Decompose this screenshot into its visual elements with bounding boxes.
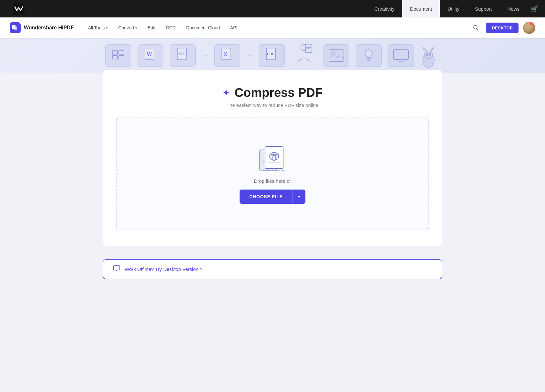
top-nav-utility[interactable]: Utility (440, 0, 467, 17)
top-nav-news[interactable]: News (499, 0, 527, 17)
illus-arrow-2: → (247, 52, 252, 59)
hero-illustrations: W ZIP → X → PDF (105, 43, 440, 68)
illus-arrow-1: → (202, 52, 208, 59)
svg-rect-12 (147, 59, 150, 60)
monitor-icon (113, 265, 120, 273)
top-nav-support[interactable]: Support (467, 0, 500, 17)
svg-point-34 (426, 53, 428, 56)
svg-rect-6 (119, 51, 124, 54)
compress-icon: ✦ (222, 88, 230, 98)
hipdf-brand[interactable]: Wondershare HiPDF (10, 22, 74, 33)
svg-point-31 (424, 51, 433, 59)
svg-rect-22 (306, 48, 310, 49)
top-nav-creativity[interactable]: Creativity (366, 0, 402, 17)
illus-monitor-icon (388, 44, 414, 67)
drop-zone[interactable]: Drop files here or CHOOSE FILE ▾ (116, 118, 429, 230)
sec-nav-right: DESKTOP Pro (470, 22, 535, 34)
illus-pdf-icon: PDF (259, 44, 285, 67)
hero-banner: W ZIP → X → PDF (0, 38, 545, 73)
nav-ocr[interactable]: OCR (161, 23, 180, 33)
sec-nav-links: All Tools ▾ Convert ▾ Edit OCR Document … (83, 23, 470, 33)
nav-convert[interactable]: Convert ▾ (114, 23, 142, 33)
choose-file-dropdown-button[interactable]: ▾ (293, 190, 305, 204)
svg-text:ZIP: ZIP (178, 52, 184, 56)
nav-all-tools[interactable]: All Tools ▾ (83, 23, 112, 33)
illus-cat-icon (420, 43, 440, 68)
top-nav-document[interactable]: Document (402, 0, 440, 17)
offline-text: Work Offline? Try Desktop Version > (125, 266, 203, 272)
nav-edit[interactable]: Edit (143, 23, 160, 33)
illus-word-icon: W (138, 44, 163, 67)
compress-card: ✦ Compress PDF The easiest way to reduce… (103, 70, 442, 246)
offline-banner[interactable]: Work Offline? Try Desktop Version > (103, 259, 442, 279)
svg-rect-23 (329, 50, 344, 61)
top-nav-links: Creativity Document Utility Support News (366, 0, 527, 17)
svg-rect-8 (119, 56, 124, 59)
upload-illustration (258, 144, 287, 170)
drop-text: Drop files here or (254, 178, 291, 184)
choose-file-button-group: CHOOSE FILE ▾ (240, 190, 305, 204)
svg-rect-26 (367, 60, 370, 60)
svg-rect-2 (14, 26, 17, 30)
hipdf-logo-icon (10, 22, 21, 33)
svg-rect-27 (394, 50, 408, 59)
illus-excel-icon: X (214, 44, 240, 67)
hipdf-brand-name: Wondershare HiPDF (24, 25, 74, 31)
svg-rect-0 (13, 3, 25, 15)
nav-document-cloud[interactable]: Document Cloud (182, 23, 224, 33)
svg-marker-32 (423, 47, 426, 51)
illus-image-icon (324, 44, 349, 67)
svg-line-4 (477, 29, 478, 30)
illus-zip-icon: ZIP (170, 44, 196, 67)
nav-api[interactable]: API (226, 23, 242, 33)
illus-lightbulb-icon (356, 44, 382, 67)
top-navigation: Creativity Document Utility Support News… (0, 0, 545, 17)
svg-rect-48 (113, 266, 120, 270)
title-area: ✦ Compress PDF The easiest way to reduce… (116, 86, 429, 108)
svg-marker-33 (431, 47, 434, 51)
brand-logo[interactable] (13, 3, 25, 15)
avatar[interactable]: Pro (523, 22, 535, 34)
svg-point-35 (429, 53, 431, 56)
all-tools-chevron-icon: ▾ (106, 26, 108, 30)
desktop-button[interactable]: DESKTOP (486, 23, 519, 33)
svg-text:X: X (224, 51, 227, 57)
svg-text:PDF: PDF (267, 52, 274, 56)
svg-rect-11 (147, 58, 151, 58)
svg-rect-25 (367, 58, 370, 59)
convert-chevron-icon: ▾ (135, 26, 137, 30)
svg-rect-7 (112, 56, 118, 59)
choose-file-button[interactable]: CHOOSE FILE (240, 190, 293, 204)
illus-grid-icon (105, 44, 131, 67)
svg-rect-5 (112, 51, 118, 54)
page-subtitle: The easiest way to reduce PDF size onlin… (116, 102, 429, 108)
pro-badge: Pro (530, 22, 535, 25)
search-icon[interactable] (470, 22, 481, 33)
cart-icon[interactable]: 🛒 (530, 5, 539, 13)
page-title: Compress PDF (235, 86, 323, 99)
svg-text:W: W (147, 51, 152, 57)
secondary-navigation: Wondershare HiPDF All Tools ▾ Convert ▾ … (0, 17, 545, 38)
main-content: ✦ Compress PDF The easiest way to reduce… (0, 73, 545, 392)
illus-person-icon (291, 43, 317, 68)
svg-rect-21 (306, 47, 311, 48)
